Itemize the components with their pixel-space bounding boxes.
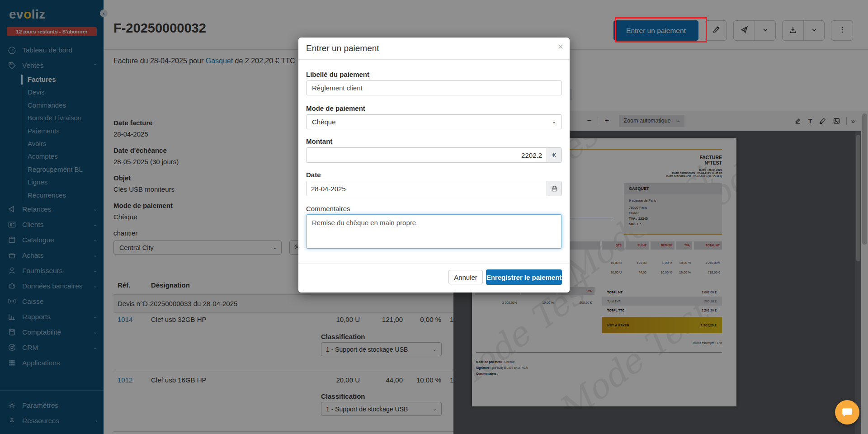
- chevron-down-icon: ⌄: [552, 119, 556, 125]
- libelle-label: Libellé du paiement: [306, 71, 369, 78]
- save-payment-button[interactable]: Enregistrer le paiement: [486, 269, 562, 285]
- commentaires-label: Commentaires: [306, 205, 350, 212]
- montant-field: €: [306, 147, 562, 163]
- libelle-input[interactable]: [306, 80, 562, 95]
- chat-icon: [841, 406, 853, 418]
- date-input[interactable]: [307, 181, 547, 196]
- date-label: Date: [306, 171, 321, 179]
- chat-widget-button[interactable]: [835, 400, 859, 425]
- divider: [298, 264, 570, 264]
- close-icon[interactable]: ×: [558, 41, 563, 52]
- cancel-button[interactable]: Annuler: [448, 270, 483, 284]
- modal-title: Entrer un paiement: [306, 43, 379, 53]
- montant-input[interactable]: [307, 148, 547, 162]
- mode-paiement-select[interactable]: Chèque⌄: [306, 114, 562, 129]
- euro-suffix: €: [547, 148, 561, 162]
- commentaires-textarea[interactable]: Remise du chèque en main propre.: [306, 214, 562, 249]
- montant-label: Montant: [306, 137, 332, 145]
- app: evoliz 12 jours restants - S'abonner Tab…: [0, 0, 868, 434]
- mode-paiement-label: Mode de paiement: [306, 104, 365, 112]
- divider: [298, 59, 570, 60]
- payment-modal: Entrer un paiement × Libellé du paiement…: [298, 38, 570, 292]
- date-field: [306, 181, 562, 196]
- calendar-icon[interactable]: [547, 181, 561, 196]
